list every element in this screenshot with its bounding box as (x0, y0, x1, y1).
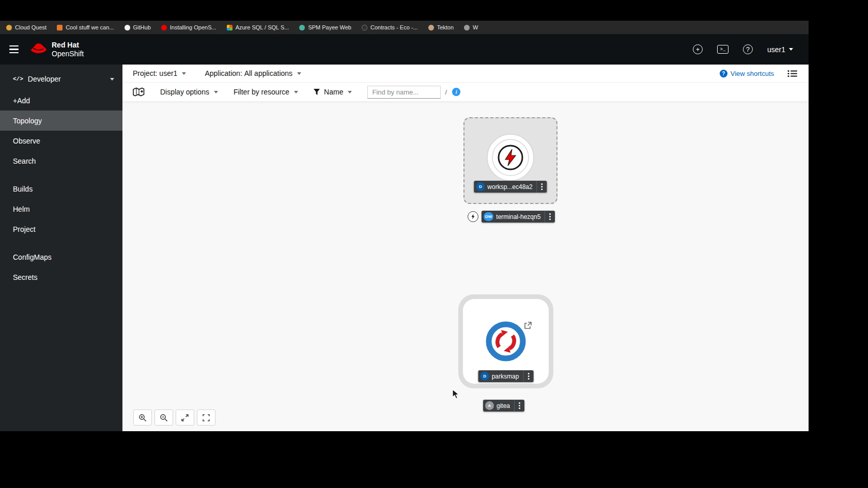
bookmark-spm-payee[interactable]: SPM Payee Web (299, 24, 351, 30)
bookmark-label: Azure SQL / SQL S... (236, 24, 289, 30)
reset-view-button[interactable] (197, 410, 215, 426)
devworkspace-decorator-icon[interactable] (468, 211, 478, 222)
filter-by-resource-label: Filter by resource (234, 88, 289, 96)
export-application-icon[interactable] (133, 87, 145, 97)
cloud-quest-favicon (6, 25, 12, 30)
context-bar-right: ? View shortcuts (720, 70, 797, 77)
slash-shortcut-hint: / (445, 88, 447, 96)
sidebar-item-observe[interactable]: Observe (0, 131, 122, 151)
sidebar-item-secrets[interactable]: Secrets (0, 267, 122, 287)
sidebar-item-project[interactable]: Project (0, 219, 122, 239)
code-icon: </> (13, 76, 23, 82)
sidebar-item-add[interactable]: +Add (0, 90, 122, 111)
user-menu[interactable]: user1 (767, 45, 793, 54)
view-shortcuts-link[interactable]: ? View shortcuts (720, 70, 774, 77)
sidebar-item-builds[interactable]: Builds (0, 179, 122, 199)
parksmap-node[interactable]: D parksmap (458, 294, 553, 388)
zoom-in-button[interactable] (133, 410, 152, 426)
project-dropdown[interactable]: Project: user1 (133, 69, 186, 77)
workspace-node-label[interactable]: D worksp...ec48a2 (474, 181, 547, 193)
redhat-favicon (161, 25, 167, 30)
node-label-text: gitea (497, 402, 514, 410)
kebab-menu-icon[interactable] (514, 400, 524, 412)
application-prefix: Application: (205, 69, 242, 77)
project-value: user1 (159, 69, 177, 77)
help-icon[interactable]: ? (743, 44, 753, 54)
name-filter-dropdown[interactable]: Name (314, 88, 352, 96)
perspective-label: Developer (28, 75, 61, 83)
bookmark-label: SPM Payee Web (308, 24, 351, 30)
chevron-down-icon (294, 91, 298, 93)
kebab-menu-icon[interactable] (523, 370, 533, 382)
brand-line1: Red Hat (52, 41, 84, 49)
terminal-node[interactable]: DW terminal-hezqn5 (468, 211, 555, 223)
find-by-name-input[interactable] (367, 86, 441, 99)
bookmark-label: Installing OpenS... (170, 24, 216, 30)
filter-funnel-icon (314, 89, 320, 95)
devworkspace-badge: DW (484, 212, 493, 221)
hamburger-menu-icon[interactable] (9, 45, 19, 54)
bookmark-installing-openshift[interactable]: Installing OpenS... (161, 24, 216, 30)
gitea-node-label[interactable]: A gitea (483, 400, 524, 412)
screen: Cloud Quest Cool stuff we can... GitHub … (0, 0, 868, 488)
brand-line2: OpenShift (52, 50, 84, 58)
bookmark-w[interactable]: W (464, 24, 478, 30)
application-dropdown[interactable]: Application: All applications (205, 69, 301, 77)
add-plus-icon[interactable]: + (693, 44, 703, 54)
application-value: All applications (244, 69, 292, 77)
bookmark-github[interactable]: GitHub (125, 24, 151, 30)
dark-circle-favicon (362, 25, 367, 30)
zoom-controls (133, 410, 215, 426)
bookmark-label: Cloud Quest (15, 24, 47, 30)
github-favicon (125, 25, 130, 30)
nav-group-divider (0, 171, 122, 179)
app-body: </> Developer +Add Topology Observe Sear… (0, 65, 809, 431)
perspective-switcher[interactable]: </> Developer (0, 70, 122, 90)
chevron-down-icon (110, 78, 114, 81)
terminal-node-label[interactable]: DW terminal-hezqn5 (482, 211, 555, 223)
bookmark-label: Tekton (437, 24, 454, 30)
workspace-node[interactable]: D worksp...ec48a2 (463, 117, 557, 204)
bookmark-label: Contracts - Eco -... (370, 24, 418, 30)
sidebar-item-topology[interactable]: Topology (0, 111, 122, 131)
microsoft-favicon (227, 25, 233, 30)
brand-text: Red Hat OpenShift (52, 41, 84, 57)
bookmark-label: W (473, 24, 478, 30)
name-filter-label: Name (324, 88, 343, 96)
browser-window: Cloud Quest Cool stuff we can... GitHub … (0, 21, 809, 431)
nav-group-divider (0, 239, 122, 247)
filter-by-resource-dropdown[interactable]: Filter by resource (234, 88, 298, 96)
brand-logo[interactable]: Red Hat OpenShift (30, 41, 84, 57)
sidebar-item-search[interactable]: Search (0, 151, 122, 171)
find-by-name: / i (367, 86, 460, 99)
info-icon[interactable]: i (452, 88, 460, 96)
web-terminal-icon[interactable]: >_ (717, 45, 729, 54)
question-circle-icon: ? (720, 70, 727, 77)
chevron-down-icon (789, 48, 793, 51)
list-view-toggle-icon[interactable] (787, 70, 797, 77)
masthead-actions: + >_ ? user1 (693, 44, 793, 54)
kebab-menu-icon[interactable] (545, 211, 555, 223)
sidebar-nav: </> Developer +Add Topology Observe Sear… (0, 65, 122, 431)
zoom-out-button[interactable] (154, 410, 173, 426)
application-badge: A (485, 401, 494, 410)
sidebar-item-helm[interactable]: Helm (0, 199, 122, 219)
sidebar-item-configmaps[interactable]: ConfigMaps (0, 247, 122, 267)
bookmark-contracts[interactable]: Contracts - Eco -... (362, 24, 418, 30)
fit-to-screen-button[interactable] (176, 410, 194, 426)
kebab-menu-icon[interactable] (537, 181, 547, 193)
bookmark-azure-sql[interactable]: Azure SQL / SQL S... (227, 24, 289, 30)
parksmap-node-label[interactable]: D parksmap (478, 370, 534, 382)
bookmark-cool-stuff[interactable]: Cool stuff we can... (57, 24, 114, 30)
view-shortcuts-label: View shortcuts (731, 70, 774, 77)
username: user1 (767, 45, 785, 54)
node-label-text: terminal-hezqn5 (496, 213, 545, 221)
bookmark-cloud-quest[interactable]: Cloud Quest (6, 24, 47, 30)
bookmark-tekton[interactable]: Tekton (428, 24, 454, 30)
deployment-badge: D (476, 182, 485, 191)
context-bar: Project: user1 Application: All applicat… (122, 65, 809, 83)
node-label-text: worksp...ec48a2 (487, 183, 536, 191)
external-link-icon[interactable] (524, 322, 532, 329)
display-options-dropdown[interactable]: Display options (160, 88, 218, 96)
topology-canvas[interactable]: D worksp...ec48a2 DW terminal-hezqn5 (122, 102, 809, 431)
